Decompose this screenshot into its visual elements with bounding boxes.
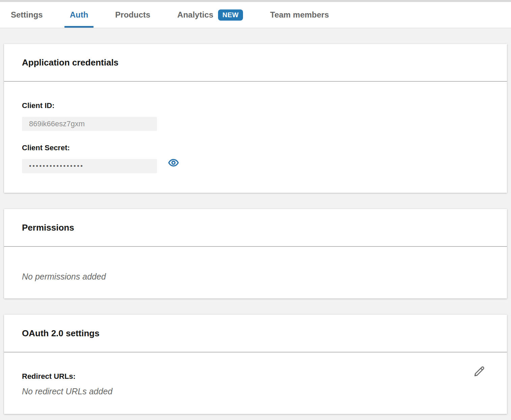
tab-analytics[interactable]: Analytics NEW [172,2,248,28]
tab-bar: Settings Auth Products Analytics NEW Tea… [0,2,511,28]
show-secret-button[interactable] [168,158,179,168]
permissions-body: No permissions added [4,247,507,298]
client-id-label: Client ID: [22,101,489,111]
oauth-settings-title: OAuth 2.0 settings [22,328,100,339]
permissions-card: Permissions No permissions added [4,209,507,298]
application-credentials-card: Application credentials Client ID: 869ik… [4,44,507,193]
client-secret-label: Client Secret: [22,143,489,153]
application-credentials-header: Application credentials [4,44,507,82]
tab-analytics-label: Analytics [177,10,213,20]
application-credentials-body: Client ID: 869ik66esz7gxm Client Secret:… [4,82,507,193]
redirect-urls-label: Redirect URLs: [22,371,489,382]
tab-products-label: Products [115,10,150,20]
client-secret-row: •••••••••••••••• [22,153,489,173]
client-id-field[interactable]: 869ik66esz7gxm [22,117,157,131]
tab-auth[interactable]: Auth [64,2,94,28]
main-content: Application credentials Client ID: 869ik… [0,28,511,414]
tab-products[interactable]: Products [110,2,156,28]
tab-settings[interactable]: Settings [5,2,48,28]
oauth-settings-card: OAuth 2.0 settings Redirect URLs: No red… [4,315,507,414]
pencil-edit-icon [473,374,486,379]
edit-redirect-urls-button[interactable] [473,365,486,378]
oauth-settings-header: OAuth 2.0 settings [4,315,507,352]
client-secret-field[interactable]: •••••••••••••••• [22,159,157,173]
visibility-eye-icon [168,157,179,169]
permissions-header: Permissions [4,209,507,247]
redirect-urls-empty-text: No redirect URLs added [22,387,489,396]
new-badge: NEW [218,9,243,21]
tab-team-members-label: Team members [270,10,329,20]
permissions-title: Permissions [22,222,74,233]
application-credentials-title: Application credentials [22,57,118,68]
oauth-settings-body: Redirect URLs: No redirect URLs added [4,352,507,414]
permissions-empty-text: No permissions added [22,272,489,282]
tab-settings-label: Settings [11,10,43,20]
tab-team-members[interactable]: Team members [265,2,334,28]
tab-auth-label: Auth [70,10,88,20]
